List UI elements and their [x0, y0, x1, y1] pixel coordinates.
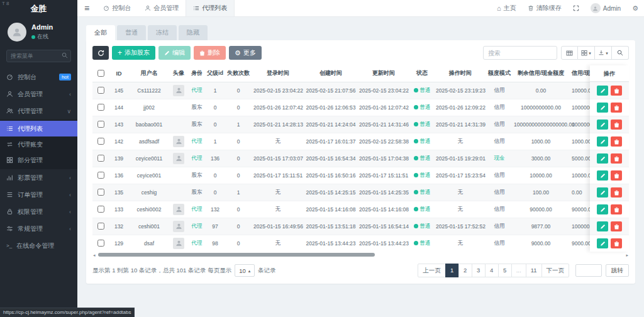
row-checkbox[interactable]	[97, 223, 104, 230]
row-checkbox[interactable]	[97, 206, 104, 213]
row-edit-button[interactable]	[597, 221, 608, 231]
jump-page-input[interactable]	[575, 264, 602, 277]
sidebar-item-agents[interactable]: 代理管理 ∨	[0, 103, 77, 120]
cell-fail-count: 1	[225, 116, 252, 133]
delete-button[interactable]: 删除	[194, 46, 226, 60]
scroll-left-arrow-icon[interactable]: ◂	[92, 253, 96, 257]
prev-page-button[interactable]: 上一页	[418, 264, 446, 277]
row-edit-button[interactable]	[597, 170, 608, 181]
row-delete-button[interactable]	[611, 170, 622, 181]
row-edit-button[interactable]	[597, 120, 608, 130]
jump-button[interactable]: 跳转	[606, 264, 629, 277]
table-search-input[interactable]	[483, 46, 557, 60]
row-edit-button[interactable]	[597, 86, 608, 96]
sidebar-item-general[interactable]: 常规管理 ‹	[0, 220, 77, 237]
row-checkbox[interactable]	[97, 240, 104, 247]
cell-parent-id: 1	[206, 133, 225, 150]
row-edit-button[interactable]	[597, 187, 608, 197]
row-checkbox[interactable]	[97, 104, 104, 111]
row-checkbox[interactable]	[97, 87, 104, 94]
filter-tab-hidden[interactable]: 隐藏	[179, 25, 208, 40]
search-button[interactable]	[612, 46, 629, 60]
sidebar-item-online-cmd[interactable]: >_ 在线命令管理	[0, 237, 77, 254]
fullscreen-button[interactable]	[567, 0, 585, 17]
row-actions	[590, 99, 629, 116]
row-delete-button[interactable]	[611, 238, 622, 248]
cell-mode: 信用	[486, 116, 513, 133]
toggle-view-button[interactable]	[561, 46, 578, 60]
sidebar-item-lottery[interactable]: 彩票管理 ‹	[0, 169, 77, 186]
page-button-1[interactable]: 1	[445, 264, 459, 277]
sidebar-item-permissions[interactable]: 权限管理 ‹	[0, 203, 77, 220]
online-dot-icon	[31, 35, 35, 39]
filter-tab-frozen[interactable]: 冻结	[148, 25, 177, 40]
cell-login-time: 无	[252, 184, 304, 201]
row-checkbox[interactable]	[97, 155, 104, 162]
sidebar-item-agent-list[interactable]: 代理列表	[0, 121, 77, 136]
admin-avatar	[591, 3, 601, 13]
next-page-button[interactable]: 下一页	[541, 264, 570, 277]
page-size-select[interactable]: 10▴	[235, 264, 255, 277]
scroll-right-arrow-icon[interactable]: ▸	[625, 253, 629, 257]
row-delete-button[interactable]	[611, 153, 622, 164]
refresh-button[interactable]	[92, 46, 109, 60]
clear-cache-link[interactable]: 清除缓存	[522, 0, 567, 17]
row-edit-button[interactable]	[597, 153, 608, 164]
sidebar-item-agent-ledger[interactable]: 代理账变	[0, 136, 77, 152]
hamburger-icon[interactable]: ≡	[77, 3, 96, 13]
sidebar-item-dashboard[interactable]: 控制台 hot	[0, 69, 77, 86]
edit-button[interactable]: 编辑	[158, 46, 191, 60]
row-edit-button[interactable]	[597, 204, 608, 214]
row-checkbox[interactable]	[97, 121, 104, 128]
dashboard-icon	[103, 5, 109, 11]
row-delete-button[interactable]	[611, 187, 622, 197]
columns-button[interactable]: ▾	[578, 46, 595, 60]
home-link[interactable]: ⌂ 主页	[491, 0, 522, 17]
page-button-4[interactable]: 4	[485, 264, 499, 277]
horizontal-scrollbar[interactable]: ◂ ▸	[92, 252, 629, 258]
row-checkbox[interactable]	[97, 172, 104, 179]
row-delete-button[interactable]	[611, 136, 622, 147]
filter-tab-normal[interactable]: 普通	[117, 25, 146, 40]
person-icon	[175, 206, 182, 213]
select-all-checkbox[interactable]	[97, 70, 104, 77]
sidebar-item-share-mgmt[interactable]: 部分管理	[0, 152, 77, 168]
row-edit-button[interactable]	[597, 136, 608, 147]
scrollbar-thumb[interactable]	[98, 253, 375, 257]
tab-agent-list[interactable]: 代理列表	[186, 0, 235, 16]
cell-fail-count: 0	[225, 82, 252, 99]
table-row: 135 ceshig 股东 0 1 无 2025-01-15 14:25:15 …	[92, 184, 629, 201]
page-button-11[interactable]: 11	[526, 264, 542, 277]
settings-button[interactable]: ⚙	[626, 0, 644, 17]
row-edit-button[interactable]	[597, 103, 608, 113]
row-delete-button[interactable]	[611, 86, 622, 96]
header-login-time: 登录时间	[252, 65, 304, 82]
sidebar-item-orders[interactable]: 订单管理 ‹	[0, 186, 77, 203]
navbar-right: ⌂ 主页 清除缓存 Admin ⚙	[491, 0, 644, 17]
pagination: 上一页 1 2 3 4 5 ... 11 下一页 跳转	[418, 264, 629, 277]
row-delete-button[interactable]	[611, 204, 622, 214]
page-button-2[interactable]: 2	[458, 264, 472, 277]
sidebar-item-members[interactable]: 会员管理 ‹	[0, 86, 77, 103]
filter-tab-all[interactable]: 全部	[86, 25, 115, 40]
row-delete-button[interactable]	[611, 221, 622, 231]
status-dot-icon	[414, 105, 418, 109]
admin-menu[interactable]: Admin	[585, 0, 626, 17]
row-delete-button[interactable]	[611, 120, 622, 130]
row-edit-button[interactable]	[597, 238, 608, 248]
page-button-3[interactable]: 3	[472, 264, 486, 277]
tab-members[interactable]: 会员管理	[138, 0, 186, 16]
header-actions: 操作	[590, 65, 629, 82]
hot-badge: hot	[59, 74, 71, 81]
row-checkbox[interactable]	[97, 189, 104, 196]
more-button[interactable]: ⚙更多	[229, 46, 262, 60]
row-checkbox[interactable]	[97, 138, 104, 145]
cell-login-time: 无	[252, 201, 304, 218]
export-button[interactable]: ▾	[595, 46, 612, 60]
tab-dashboard[interactable]: 控制台	[96, 0, 138, 16]
cell-update-time: 2025-01-15 13:44:23	[358, 235, 409, 252]
cell-id: 135	[109, 184, 129, 201]
add-shareholder-button[interactable]: +添加股东	[112, 46, 155, 60]
page-button-5[interactable]: 5	[498, 264, 512, 277]
row-delete-button[interactable]	[611, 103, 622, 113]
